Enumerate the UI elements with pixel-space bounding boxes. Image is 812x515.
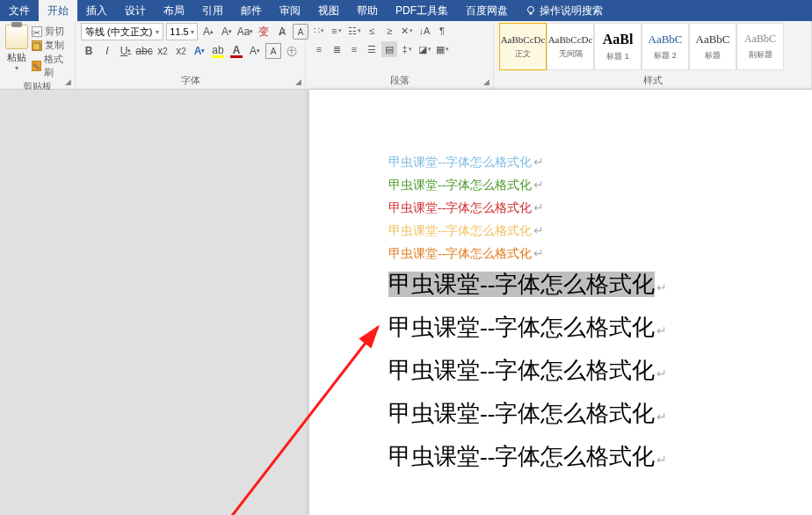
line-text[interactable]: 甲虫课堂--字体怎么格式化: [388, 315, 655, 340]
document-line[interactable]: 甲虫课堂--字体怎么格式化↵: [388, 155, 812, 170]
style-preview: AaBl: [603, 32, 634, 47]
bold-button[interactable]: B: [81, 43, 97, 59]
lightbulb-icon: [526, 5, 536, 16]
tab-home[interactable]: 开始: [39, 0, 77, 21]
text-effects-button[interactable]: A▾: [192, 43, 207, 59]
phonetic-guide-button[interactable]: 变: [256, 24, 272, 40]
align-right-button[interactable]: ≡: [346, 41, 362, 57]
ribbon: 粘贴 ▾ ✂剪切 ❐复制 ✎格式刷 剪贴板 ◢ 等线 (中文正文)▾ 11.5▾…: [0, 21, 812, 90]
svg-point-0: [528, 7, 534, 13]
style-normal[interactable]: AaBbCcDc 正文: [499, 23, 547, 70]
tab-pdf[interactable]: PDF工具集: [387, 0, 457, 21]
tab-review[interactable]: 审阅: [271, 0, 309, 21]
line-text[interactable]: 甲虫课堂--字体怎么格式化: [388, 178, 532, 192]
line-text[interactable]: 甲虫课堂--字体怎么格式化: [388, 272, 655, 297]
font-dialog-launcher[interactable]: ◢: [293, 76, 303, 87]
tab-references[interactable]: 引用: [193, 0, 232, 21]
decrease-indent-button[interactable]: ≤: [364, 23, 380, 39]
cut-button[interactable]: ✂剪切: [32, 25, 69, 38]
tab-file[interactable]: 文件: [0, 0, 39, 21]
tab-view[interactable]: 视图: [309, 0, 348, 21]
document-line[interactable]: 甲虫课堂--字体怎么格式化↵: [388, 312, 812, 343]
clear-formatting-button[interactable]: A̷: [274, 24, 290, 40]
shading-button[interactable]: ◪: [417, 41, 432, 57]
line-spacing-button[interactable]: ‡: [399, 41, 415, 57]
style-preview: AaBbC: [649, 33, 683, 47]
tab-help[interactable]: 帮助: [348, 0, 387, 21]
style-title[interactable]: AaBbC 标题: [689, 23, 736, 70]
underline-button[interactable]: U▾: [118, 43, 134, 59]
document-line[interactable]: 甲虫课堂--字体怎么格式化↵: [388, 398, 812, 429]
line-text[interactable]: 甲虫课堂--字体怎么格式化: [388, 247, 532, 260]
tab-insert[interactable]: 插入: [77, 0, 116, 21]
group-paragraph-label: 段落: [311, 73, 488, 89]
circled-character-button[interactable]: ㊉: [284, 43, 300, 59]
justify-button[interactable]: ☰: [364, 41, 380, 57]
superscript-button[interactable]: x2: [173, 43, 189, 59]
paragraph-mark-icon: ↵: [533, 224, 544, 237]
document-line[interactable]: 甲虫课堂--字体怎么格式化↵: [388, 178, 812, 193]
distribute-button[interactable]: ▤: [381, 41, 397, 57]
increase-indent-button[interactable]: ≥: [381, 23, 397, 39]
borders-button[interactable]: ▦: [434, 41, 450, 57]
font-color-button[interactable]: A: [228, 43, 244, 59]
line-text[interactable]: 甲虫课堂--字体怎么格式化: [388, 444, 655, 469]
cut-icon: ✂: [32, 26, 42, 37]
group-styles: AaBbCcDc 正文 AaBbCcDc 无间隔 AaBl 标题 1 AaBbC…: [494, 21, 812, 89]
tab-bar: 文件 开始 插入 设计 布局 引用 邮件 审阅 视图 帮助 PDF工具集 百度网…: [0, 0, 812, 21]
sort-button[interactable]: ↓A: [417, 23, 432, 39]
character-border-button[interactable]: A: [265, 43, 281, 59]
style-label: 无间隔: [559, 48, 583, 60]
font-size-combo[interactable]: 11.5▾: [166, 23, 198, 40]
align-center-button[interactable]: ≣: [329, 41, 344, 57]
style-subtitle[interactable]: AaBbC 副标题: [736, 23, 784, 70]
paragraph-mark-icon: ↵: [533, 156, 544, 169]
document-line[interactable]: 甲虫课堂--字体怎么格式化↵: [388, 223, 812, 239]
shrink-font-button[interactable]: A▾: [219, 24, 235, 40]
document-line[interactable]: 甲虫课堂--字体怎么格式化↵: [388, 355, 812, 386]
document-line[interactable]: 甲虫课堂--字体怎么格式化↵: [388, 246, 812, 262]
line-text[interactable]: 甲虫课堂--字体怎么格式化: [388, 201, 532, 214]
numbering-button[interactable]: ≡: [329, 23, 344, 39]
strikethrough-button[interactable]: abc: [136, 43, 152, 59]
paste-label: 粘贴: [7, 51, 26, 64]
document-line[interactable]: 甲虫课堂--字体怎么格式化↵: [388, 441, 812, 472]
style-preview: AaBbCcDc: [501, 34, 546, 45]
line-text[interactable]: 甲虫课堂--字体怎么格式化: [388, 358, 655, 383]
highlight-button[interactable]: ab: [210, 43, 226, 59]
text-direction-button[interactable]: ✕: [399, 23, 415, 39]
subscript-button[interactable]: x2: [155, 43, 170, 59]
tab-layout[interactable]: 布局: [155, 0, 193, 21]
character-shading-button[interactable]: A▾: [247, 43, 263, 59]
grow-font-button[interactable]: A▴: [200, 24, 216, 40]
line-text[interactable]: 甲虫课堂--字体怎么格式化: [388, 224, 532, 237]
line-text[interactable]: 甲虫课堂--字体怎么格式化: [388, 156, 532, 169]
tab-mailings[interactable]: 邮件: [232, 0, 271, 21]
multilevel-list-button[interactable]: ☷: [346, 23, 362, 39]
copy-button[interactable]: ❐复制: [32, 39, 69, 52]
align-left-button[interactable]: ≡: [311, 41, 327, 57]
change-case-button[interactable]: Aa▾: [237, 24, 253, 40]
show-marks-button[interactable]: ¶: [434, 23, 450, 39]
line-text[interactable]: 甲虫课堂--字体怎么格式化: [388, 401, 655, 426]
paste-button[interactable]: 粘贴 ▾: [5, 23, 32, 72]
clipboard-dialog-launcher[interactable]: ◢: [62, 76, 73, 87]
paragraph-mark-icon: ↵: [533, 178, 544, 192]
bullets-button[interactable]: ∷: [311, 23, 327, 39]
italic-button[interactable]: I: [99, 43, 115, 59]
paste-icon: [5, 25, 28, 49]
document-line[interactable]: 甲虫课堂--字体怎么格式化↵: [388, 200, 812, 216]
paragraph-dialog-launcher[interactable]: ◢: [481, 76, 491, 87]
style-heading2[interactable]: AaBbC 标题 2: [642, 23, 689, 70]
style-no-spacing[interactable]: AaBbCcDc 无间隔: [547, 23, 594, 70]
document-page[interactable]: 甲虫课堂--字体怎么格式化↵甲虫课堂--字体怎么格式化↵甲虫课堂--字体怎么格式…: [309, 90, 812, 515]
paragraph-mark-icon: ↵: [656, 367, 667, 381]
format-painter-button[interactable]: ✎格式刷: [32, 53, 69, 79]
tab-design[interactable]: 设计: [116, 0, 155, 21]
document-line[interactable]: 甲虫课堂--字体怎么格式化↵: [388, 269, 812, 300]
tab-tell-me[interactable]: 操作说明搜索: [517, 0, 612, 21]
font-name-combo[interactable]: 等线 (中文正文)▾: [81, 23, 163, 40]
paste-dropdown-icon[interactable]: ▾: [15, 64, 18, 72]
tab-baidu[interactable]: 百度网盘: [457, 0, 517, 21]
style-heading1[interactable]: AaBl 标题 1: [594, 23, 642, 70]
